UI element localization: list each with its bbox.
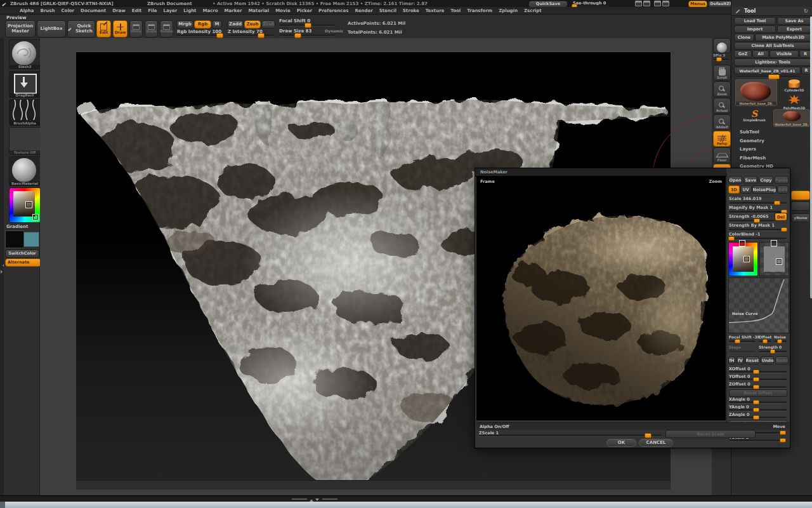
undo-curve-button[interactable]: Undo [761,356,774,364]
rotate-button[interactable]: Rotate [160,20,173,37]
zoom-button[interactable]: Zoom [709,179,722,184]
nm-strength-slider[interactable] [759,351,787,352]
menu-layer[interactable]: Layer [160,8,181,13]
color-picker[interactable] [9,187,41,223]
draw-button[interactable]: Draw [113,20,128,37]
slider-strength-by-mask-1[interactable] [729,229,787,231]
menu-stroke[interactable]: Stroke [400,8,422,13]
restore-config-icon[interactable]: ↻ [804,8,808,14]
menu-tool[interactable]: Tool [447,8,464,13]
tab-noiseplug[interactable]: NoisePlug [752,185,777,194]
slider-handle[interactable] [753,415,759,420]
palette-section-layers[interactable]: Layers [731,147,812,152]
goz-button[interactable]: GoZ [734,50,752,58]
export-button[interactable]: Export [777,25,811,33]
right-shelf-floor-button[interactable]: Floor [713,147,731,163]
slider-handle[interactable] [774,201,780,205]
hue-handle[interactable] [33,215,38,220]
menu-macro[interactable]: Macro [199,8,221,13]
slider-zoffset-0[interactable] [729,386,787,388]
ok-button[interactable]: OK [606,439,636,447]
stroke-type-thumbnail[interactable]: DragRect [9,71,41,98]
fh-curve-button[interactable]: fH [728,356,735,364]
slider-handle[interactable] [781,227,787,232]
slider-handle[interactable] [753,370,759,374]
tray-expand-up-icon[interactable] [310,497,313,502]
menu-texture[interactable]: Texture [422,8,448,13]
dynamic-label[interactable]: Dynamic [325,29,343,33]
noise-color-picker-b[interactable] [759,242,789,276]
clone-all-subtools-button[interactable]: Clone All SubTools [734,42,811,50]
slider-handle[interactable] [753,400,759,404]
menu-transform[interactable]: Transform [464,8,495,13]
frame-button[interactable]: Frame [480,179,495,184]
surface-button-fragment[interactable] [791,201,810,211]
menu-movie[interactable]: Movie [272,8,294,13]
simplebrush-tool[interactable]: S SimpleBrush [738,109,771,126]
noise-preview[interactable]: Frame Zoom [476,177,726,420]
make-polymesh3d-button[interactable]: Make PolyMesh3D [755,34,811,41]
goz-visible-button[interactable]: Visible [769,50,799,58]
menu-preferences[interactable]: Preferences [315,8,351,13]
picker-b-sv-handle[interactable] [776,259,782,264]
spix-slider[interactable] [713,58,730,60]
palette-section-fibermesh[interactable]: FiberMesh [731,156,812,161]
menu-marker[interactable]: Marker [221,8,246,13]
sv-handle[interactable] [26,202,32,208]
switch-color-button[interactable]: SwitchColor [5,250,39,258]
menu-brush[interactable]: Brush [37,8,58,13]
noise-color-picker-a[interactable] [728,242,758,276]
paste-noise-button[interactable]: Paste [775,176,789,184]
reset-scale-button[interactable]: Reset Scale [665,430,756,438]
slider-colorblend-1[interactable] [729,237,787,239]
texture-thumbnail[interactable]: Texture Off [9,127,41,155]
menu-material[interactable]: Material [245,8,272,13]
noise-curve-editor[interactable]: Noise Curve [728,277,789,333]
zscale-slider[interactable] [479,434,662,436]
secondary-color-swatch[interactable] [23,232,39,247]
slider-handle[interactable] [753,408,759,412]
mrgb-button[interactable]: Mrgb [176,20,193,29]
zsub-button[interactable]: Zsub [244,20,261,29]
right-shelf-scroll-button[interactable]: Scroll [713,65,731,81]
right-shelf-zoom-button[interactable]: Zoom [713,81,731,97]
right-shelf-actual-button[interactable]: Actual [713,98,731,114]
lightbox-button[interactable]: LightBox [37,20,66,37]
menu-picker[interactable]: Picker [294,8,315,13]
right-shelf-aahalf-button[interactable]: AAHalf [713,114,731,130]
save-as-button[interactable]: Save As [777,17,811,25]
slider-yscale-1[interactable] [729,439,787,441]
nm-offset-slider[interactable] [759,340,771,342]
menu-stencil[interactable]: Stencil [376,8,400,13]
edit-button[interactable]: Edit [96,20,111,37]
slider-handle[interactable] [754,218,760,223]
material-thumbnail[interactable]: BasicMaterial [9,156,41,186]
save-noise-button[interactable]: Save [743,176,757,184]
zcut-button[interactable]: Zcut [261,20,275,29]
lightbox-tools-button[interactable]: Lightbox› Tools [734,58,811,66]
clone-button[interactable]: Clone [734,34,754,41]
reset-offset-button[interactable]: Reset Offset [729,389,787,397]
palette-section-subtool[interactable]: SubTool [731,130,812,135]
menu-alpha[interactable]: Alpha [16,8,37,13]
tool-palette-header[interactable]: Tool ↻ [731,7,812,16]
menu-render[interactable]: Render [351,8,376,13]
zadd-button[interactable]: Zadd [227,20,244,29]
gradient-label[interactable]: Gradient [6,224,28,229]
right-shelf-persp-button[interactable]: Persp [713,131,731,147]
alpha-onoff-toggle[interactable]: Alpha On/Off [480,424,509,429]
nm-focal-shift-slider[interactable] [729,340,756,342]
slider-yangle-0[interactable] [729,409,787,411]
redo-curve-button[interactable]: Redo [775,356,789,364]
slider-handle[interactable] [780,438,786,443]
menu-edit[interactable]: Edit [129,8,145,13]
palette-section-geometry[interactable]: Geometry [731,138,812,144]
dialog-title-bar[interactable]: NoiseMaker [475,168,726,177]
slider-zangle-0[interactable] [729,417,787,418]
menu-document[interactable]: Document [77,8,109,13]
focal-shift-slider[interactable] [279,24,335,26]
menu-zscript[interactable]: Zscript [521,8,545,13]
quick-sketch-button[interactable]: Quick Sketch [67,20,95,37]
cancel-button[interactable]: CANCEL [639,439,673,447]
slider-yoffset-0[interactable] [729,378,787,380]
